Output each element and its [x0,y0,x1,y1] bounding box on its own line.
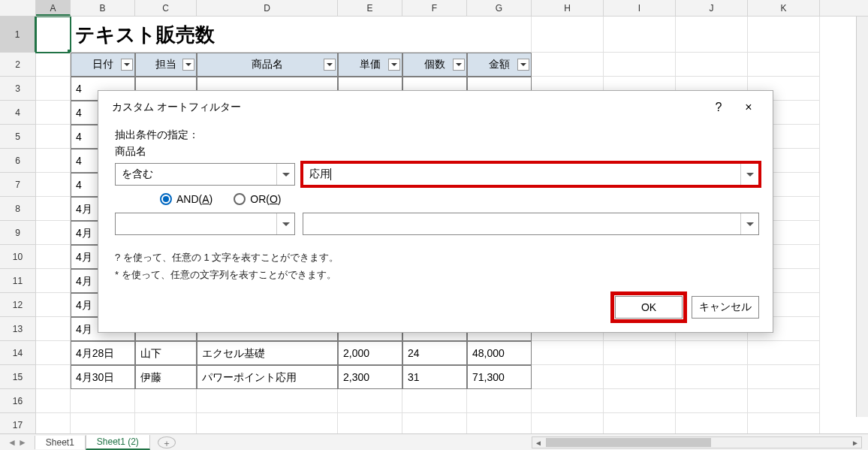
th-product-label: 商品名 [252,58,283,71]
or-radio[interactable]: OR(O) [234,193,281,205]
cell-C15[interactable]: 伊藤 [135,365,197,389]
col-C-header[interactable]: C [135,0,197,16]
cell-J2[interactable] [676,53,748,77]
or-radio-label: OR(O) [250,193,281,205]
row-14: 14 4月28日 山下 エクセル基礎 2,000 24 48,000 [0,341,868,365]
th-person: 担当 [135,53,197,77]
horizontal-scrollbar[interactable]: ◄ ► [532,436,862,448]
cell-B14[interactable]: 4月28日 [71,341,135,365]
value-2-combo[interactable] [303,213,759,235]
cell-C14[interactable]: 山下 [135,341,197,365]
cell-A1[interactable] [36,17,71,53]
sheet-nav-next-icon: ► [18,437,27,448]
close-icon[interactable]: × [735,97,762,118]
dialog-titlebar[interactable]: カスタム オートフィルター ? × [98,91,773,124]
row-16: 16 [0,389,868,413]
row-3-header[interactable]: 3 [0,77,36,101]
chevron-down-icon [740,164,758,185]
cell-E14[interactable]: 2,000 [338,341,402,365]
sheet-nav-arrows[interactable]: ◄ ► [0,437,35,448]
cell-H1[interactable] [532,17,604,53]
row-1: 1 テキスト販売数 [0,17,868,53]
value-1-combo[interactable]: 応用 [303,163,759,186]
col-E-header[interactable]: E [338,0,402,16]
th-price-label: 単価 [360,58,381,71]
sheet-nav-prev-icon: ◄ [8,437,17,448]
scroll-left-icon: ◄ [532,439,544,447]
chevron-down-icon [276,164,294,185]
filter-product-button[interactable] [324,59,336,71]
dialog-buttons: OK キャンセル [115,296,759,319]
cell-B1-title[interactable]: テキスト販売数 [71,17,532,53]
row-15: 15 4月30日 伊藤 パワーポイント応用 2,300 31 71,300 [0,365,868,389]
operator-1-combo[interactable]: を含む [115,163,295,186]
row-2-header[interactable]: 2 [0,53,36,77]
cell-H2[interactable] [532,53,604,77]
dialog-title: カスタム オートフィルター [112,101,702,114]
ok-button[interactable]: OK [615,296,683,319]
cell-I1[interactable] [604,17,676,53]
col-J-header[interactable]: J [676,0,748,16]
th-qty: 個数 [402,53,467,77]
col-K-header[interactable]: K [748,0,820,16]
th-amount: 金額 [467,53,532,77]
scroll-right-icon: ► [849,439,861,447]
cell-B15[interactable]: 4月30日 [71,365,135,389]
and-radio[interactable]: AND(A) [160,193,212,205]
cell-F14[interactable]: 24 [402,341,467,365]
field-name-label: 商品名 [115,145,759,159]
col-I-header[interactable]: I [604,0,676,16]
cell-J1[interactable] [676,17,748,53]
cell-D15[interactable]: パワーポイント応用 [197,365,338,389]
cell-D14[interactable]: エクセル基礎 [197,341,338,365]
cell-G15[interactable]: 71,300 [467,365,532,389]
col-H-header[interactable]: H [532,0,604,16]
th-date: 日付 [71,53,135,77]
cell-A2[interactable] [36,53,71,77]
row-1-header[interactable]: 1 [0,17,36,53]
hint-line-1: ? を使って、任意の 1 文字を表すことができます。 [115,249,759,266]
condition-row-2 [115,213,759,235]
cell-K1[interactable] [748,17,820,53]
scroll-thumb[interactable] [546,438,711,447]
value-1-text: 応用 [309,168,330,181]
th-date-label: 日付 [92,58,113,71]
sheet-tab-bar: ◄ ► Sheet1 Sheet1 (2) ＋ ◄ ► [0,433,868,450]
col-B-header[interactable]: B [71,0,135,16]
hint-text: ? を使って、任意の 1 文字を表すことができます。 * を使って、任意の文字列… [115,249,759,284]
th-qty-label: 個数 [424,58,445,71]
filter-price-button[interactable] [388,59,400,71]
col-G-header[interactable]: G [467,0,532,16]
help-icon[interactable]: ? [705,97,732,118]
col-D-header[interactable]: D [197,0,338,16]
filter-date-button[interactable] [121,59,133,71]
filter-person-button[interactable] [182,59,194,71]
cell-I2[interactable] [604,53,676,77]
row-2: 2 日付 担当 商品名 単価 個数 金額 [0,53,868,77]
tab-sheet1-2[interactable]: Sheet1 (2) [86,435,150,450]
text-cursor [330,168,331,180]
add-sheet-button[interactable]: ＋ [158,436,176,448]
and-or-radio-group: AND(A) OR(O) [160,193,759,205]
filter-amount-button[interactable] [517,59,529,71]
select-all-corner[interactable] [0,0,36,16]
cell-G14[interactable]: 48,000 [467,341,532,365]
th-person-label: 担当 [155,58,176,71]
custom-autofilter-dialog: カスタム オートフィルター ? × 抽出条件の指定： 商品名 を含む 応用 AN… [98,90,773,333]
col-F-header[interactable]: F [402,0,467,16]
th-price: 単価 [338,53,402,77]
tab-sheet1[interactable]: Sheet1 [35,436,86,449]
vertical-scrollbar[interactable] [856,17,868,417]
hint-line-2: * を使って、任意の文字列を表すことができます。 [115,266,759,283]
cell-K2[interactable] [748,53,820,77]
filter-qty-button[interactable] [453,59,465,71]
column-headers: A B C D E F G H I J K [0,0,868,17]
col-A-header[interactable]: A [36,0,71,16]
operator-1-value: を含む [122,168,153,181]
cell-F15[interactable]: 31 [402,365,467,389]
cell-E15[interactable]: 2,300 [338,365,402,389]
cancel-button[interactable]: キャンセル [692,296,759,319]
and-radio-label: AND(A) [176,193,212,205]
operator-2-combo[interactable] [115,213,295,235]
th-amount-label: 金額 [489,58,510,71]
